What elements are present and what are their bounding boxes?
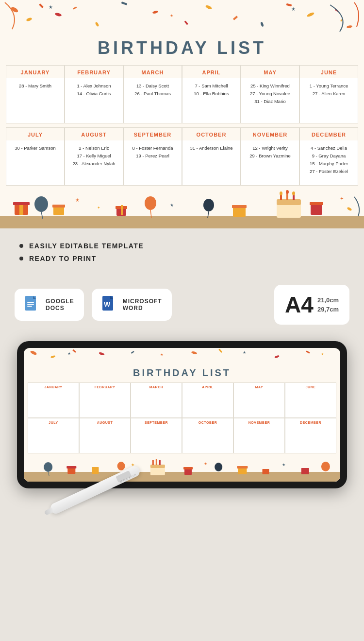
svg-rect-79	[92, 467, 99, 474]
svg-point-67	[191, 351, 198, 355]
bullet-2	[19, 257, 23, 260]
svg-rect-82	[150, 465, 165, 468]
svg-rect-83	[152, 460, 154, 465]
birthday-entry: 17 - Kelly Miguel	[68, 152, 120, 160]
month-body: 28 - Mary Smith	[6, 78, 64, 94]
tablet-month-header: FEBRUARY	[80, 383, 130, 391]
svg-point-48	[292, 191, 295, 195]
tablet-confetti-top: ★ ★ ★ ★	[24, 348, 340, 363]
google-docs-button[interactable]: GOOGLE DOCS	[15, 289, 84, 321]
tablet-mockup-section: ★ ★ ★ ★ BIRTHDAY LIST JANUARYFEBRUARYMAR…	[0, 336, 364, 508]
svg-rect-49	[311, 204, 322, 215]
svg-rect-39	[233, 207, 246, 217]
birthday-entry: 27 - Allen Karen	[303, 90, 355, 98]
month-body: 30 - Parker Samson	[6, 140, 64, 156]
svg-point-61	[50, 355, 56, 358]
svg-rect-85	[159, 460, 161, 465]
tablet-month-col: SEPTEMBER	[131, 418, 182, 453]
svg-text:★: ★	[75, 197, 80, 203]
month-col: DECEMBER4 - Sanchez Delia9 - Gray Dayana…	[299, 127, 358, 186]
month-col: NOVEMBER12 - Wright Verity29 - Brown Yaz…	[241, 127, 299, 186]
svg-point-46	[280, 191, 282, 195]
tablet-month-body	[131, 391, 182, 417]
month-col: MAY25 - King Winnifred27 - Young Novalee…	[241, 65, 299, 123]
birthday-entry: 25 - King Winnifred	[244, 82, 296, 90]
month-header: JULY	[6, 128, 64, 140]
svg-rect-27	[53, 207, 64, 215]
svg-point-7	[152, 10, 159, 14]
tablet-month-body	[80, 426, 130, 453]
birthday-entry: 19 - Perez Pearl	[127, 152, 179, 160]
apps-section: GOOGLE DOCS W MICROSOFT WORD A4 21,0cm 2…	[0, 277, 364, 336]
svg-text:★: ★	[67, 351, 71, 356]
svg-rect-10	[233, 16, 238, 20]
svg-point-88	[215, 463, 222, 471]
tablet-month-body	[28, 391, 79, 417]
tablet-month-col: OCTOBER	[182, 418, 233, 453]
birthday-entry: 12 - Wright Verity	[244, 144, 296, 152]
svg-text:★: ★	[243, 350, 246, 355]
tablet-month-col: FEBRUARY	[79, 382, 131, 418]
tablet-month-header: OCTOBER	[182, 418, 233, 426]
feature-item-1: EASILY EDITABLE TEMPLATE	[19, 242, 345, 250]
birthday-entry: 14 - Olivia Curtis	[68, 90, 120, 98]
bullet-1	[19, 244, 23, 248]
microsoft-word-button[interactable]: W MICROSOFT WORD	[92, 289, 172, 321]
feature-item-2: READY TO PRINT	[19, 255, 345, 262]
tablet-month-body	[80, 391, 130, 417]
tablet-month-col: JUNE	[285, 382, 336, 418]
svg-text:★: ★	[170, 203, 174, 208]
svg-point-1	[26, 17, 32, 22]
month-body: 31 - Anderson Elaine	[182, 140, 240, 156]
month-body: 12 - Wright Verity29 - Brown Yazmine	[241, 140, 299, 164]
svg-point-3	[54, 12, 62, 17]
confetti-top: ★ ★ ★ ★	[0, 0, 364, 34]
svg-text:★: ★	[160, 353, 163, 356]
svg-point-11	[260, 21, 264, 27]
birthday-entry: 31 - Anderson Elaine	[185, 144, 237, 152]
month-body: 1 - Alex Johnson14 - Olivia Curtis	[65, 78, 123, 102]
tablet-month-body	[182, 391, 233, 417]
tablet-month-header: MAY	[234, 383, 284, 391]
month-header: MAY	[241, 66, 299, 78]
svg-text:✦: ✦	[97, 206, 100, 210]
birthday-entry: 13 - Daisy Scott	[127, 82, 179, 90]
month-header: JUNE	[300, 66, 358, 78]
birthday-entry: 4 - Sanchez Delia	[303, 144, 355, 152]
svg-point-75	[44, 462, 52, 472]
month-header: APRIL	[182, 66, 240, 78]
tablet-party-bottom: ★ ★ ★	[24, 457, 340, 482]
month-header: FEBRUARY	[65, 66, 123, 78]
month-col: AUGUST2 - Nelson Eric17 - Kelly Miguel23…	[65, 127, 123, 186]
size-dims-label: 21,0cm 29,7cm	[317, 295, 339, 314]
svg-rect-68	[218, 348, 222, 353]
month-col: MARCH13 - Daisy Scott26 - Paul Thomas	[123, 65, 182, 123]
svg-rect-8	[184, 20, 188, 25]
svg-rect-6	[121, 1, 128, 5]
svg-rect-91	[263, 469, 269, 474]
birthday-entry: 31 - Diaz Mario	[244, 98, 296, 105]
tablet-month-body	[285, 426, 336, 453]
svg-text:★: ★	[204, 462, 207, 466]
birthday-title: BIRTHDAY LIST	[0, 34, 364, 65]
size-badge: A4 21,0cm 29,7cm	[274, 285, 349, 325]
svg-point-37	[203, 199, 214, 211]
svg-rect-2	[39, 3, 44, 8]
month-header: SEPTEMBER	[124, 128, 182, 140]
svg-point-63	[99, 352, 105, 356]
svg-point-80	[117, 462, 125, 470]
month-col: FEBRUARY1 - Alex Johnson14 - Olivia Curt…	[65, 65, 123, 123]
month-col: SEPTEMBER8 - Foster Fernanda19 - Perez P…	[123, 127, 182, 186]
month-body: 25 - King Winnifred27 - Young Novalee31 …	[241, 78, 299, 109]
svg-rect-55	[27, 302, 34, 303]
month-col: JUNE1 - Young Terrance27 - Allen Karen	[299, 65, 358, 123]
month-header: MARCH	[124, 66, 182, 78]
month-body: 7 - Sam Mitchell10 - Ella Robbins	[182, 78, 240, 102]
svg-rect-87	[183, 467, 193, 469]
svg-rect-57	[27, 306, 32, 307]
svg-text:★: ★	[321, 352, 324, 356]
tablet-month-header: JANUARY	[28, 383, 79, 391]
month-header: DECEMBER	[300, 128, 358, 140]
svg-text:★: ★	[170, 14, 173, 18]
svg-text:✦: ✦	[340, 196, 344, 201]
